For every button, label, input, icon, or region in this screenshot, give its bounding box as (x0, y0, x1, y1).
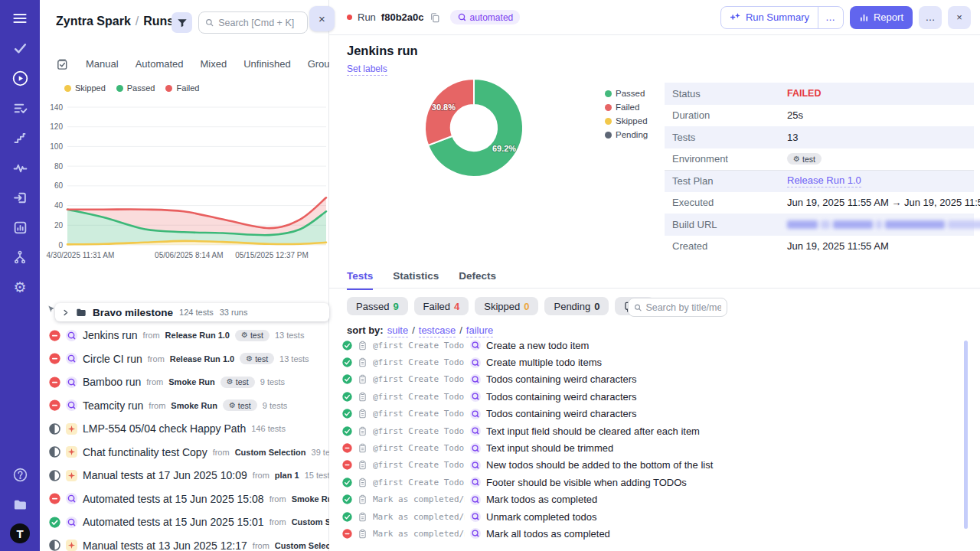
test-result-row[interactable]: Mark as completed/n...Mark todos as comp… (342, 491, 970, 508)
runs-tab-manual[interactable]: Manual (86, 58, 119, 70)
run-detail-panel: Run f80b2a0c automated Run Summary … (329, 0, 980, 551)
testcase-icon (358, 529, 368, 539)
redacted-build-url[interactable] (787, 220, 980, 229)
run-list-item[interactable]: Circle CI runfromRelease Run 1.0⚙test13 … (49, 347, 329, 371)
runs-tab-unfinished[interactable]: Unfinished (243, 58, 290, 70)
run-list-item[interactable]: Bamboo runfromSmoke Run⚙test9 tests (49, 370, 329, 394)
run-source-plan: Custom Selection (275, 541, 329, 550)
test-title: Todos containing weird characters (486, 391, 637, 403)
test-result-row[interactable]: Mark as completed/n...Mark all todos as … (342, 525, 970, 542)
import-runs-icon[interactable] (11, 189, 28, 206)
run-title: Jenkins run (347, 44, 418, 58)
donut-legend: PassedFailedSkippedPending (605, 89, 648, 139)
run-list-item[interactable]: LMP-554 05/04 check Happy Path146 tests (49, 417, 329, 441)
automated-badge[interactable]: automated (450, 10, 521, 24)
close-panel-button[interactable]: × (309, 6, 335, 31)
copy-icon[interactable] (430, 12, 440, 23)
test-plan-link[interactable]: Release Run 1.0 (787, 174, 861, 187)
test-result-row[interactable]: @first Create Todos...Todos containing w… (342, 371, 970, 388)
legend-dot (64, 85, 71, 92)
test-result-row[interactable]: @first Create Todos...Create a new todo … (342, 337, 970, 354)
in-progress-icon (49, 423, 60, 435)
test-result-row[interactable]: @first Create Todos...New todos should b… (342, 457, 970, 474)
close-detail-button[interactable]: × (948, 6, 971, 29)
tests-search[interactable] (628, 298, 727, 317)
legend-dot (116, 85, 123, 92)
gear-icon: ⚙ (246, 355, 253, 363)
pulse-icon[interactable] (11, 159, 28, 176)
chevron-right-icon[interactable] (61, 308, 70, 317)
run-list-item[interactable]: Manual tests at 13 Jun 2025 12:17fromCus… (49, 534, 329, 551)
project-name[interactable]: Zyntra Spark (56, 15, 131, 28)
menu-icon[interactable] (11, 10, 28, 27)
tests-icon[interactable] (11, 40, 28, 57)
failed-icon (342, 443, 352, 453)
sort-option-suite[interactable]: suite (387, 324, 408, 337)
filter-pill-failed[interactable]: Failed4 (414, 297, 469, 315)
test-suite-name: @first Create Todos... (373, 341, 465, 350)
run-name: Chat functinality test Copy (83, 446, 207, 458)
testcase-icon (358, 460, 368, 470)
run-summary-button[interactable]: Run Summary … (720, 6, 844, 29)
sort-option-testcase[interactable]: testcase (419, 324, 456, 337)
test-suite-name: @first Create Todos... (373, 357, 465, 367)
app-logo[interactable]: T (10, 523, 30, 543)
select-all-icon[interactable] (56, 57, 69, 70)
testcase-icon (358, 512, 368, 522)
runs-tab-mixed[interactable]: Mixed (201, 58, 227, 70)
test-plans-icon[interactable] (11, 99, 28, 116)
test-suite-name: @first Create Todos... (373, 443, 465, 453)
runs-tab-automated[interactable]: Automated (136, 58, 184, 70)
filter-pill-passed[interactable]: Passed9 (347, 297, 408, 315)
run-list-item[interactable]: Automated tests at 15 Jun 2025 15:08from… (49, 487, 329, 511)
milestone-row[interactable]: Bravo milestone 124 tests 33 runs (55, 303, 329, 321)
manual-run-icon (66, 470, 77, 481)
test-result-row[interactable]: @first Create Todos...Footer should be v… (342, 474, 970, 491)
run-source-plan: Release Run 1.0 (170, 354, 234, 364)
automated-run-icon (66, 493, 77, 504)
milestones-icon[interactable] (11, 129, 28, 146)
test-result-row[interactable]: @first Create Todos...Create multiple to… (342, 354, 970, 370)
help-icon[interactable] (11, 466, 28, 483)
run-list-item[interactable]: Teamcity runfromSmoke Run⚙test9 tests (49, 394, 329, 418)
test-result-row[interactable]: @first Create Todos...Todos containing w… (342, 406, 970, 422)
test-result-row[interactable]: @first Create Todos...Text input should … (342, 439, 970, 456)
test-title: Todos containing weird characters (486, 373, 637, 385)
more-actions-button[interactable]: … (919, 6, 942, 29)
run-list-item[interactable]: Manual tests at 17 Jun 2025 10:09frompla… (49, 464, 329, 487)
settings-icon[interactable]: ⚙ (11, 279, 28, 295)
runs-search[interactable] (198, 11, 308, 34)
legend-dot (605, 90, 612, 97)
runs-icon[interactable] (11, 70, 28, 86)
run-tests-count: 9 tests (260, 377, 285, 386)
testcase-icon (358, 494, 368, 504)
run-list-item[interactable]: Chat functinality test CopyfromCustom Se… (49, 441, 329, 465)
sort-option-failure[interactable]: failure (466, 324, 493, 337)
testcase-icon (358, 357, 368, 367)
test-result-row[interactable]: Mark as completed/n...Unmark completed t… (342, 508, 970, 525)
scrollbar-thumb[interactable] (964, 341, 968, 529)
svg-text:20: 20 (54, 221, 64, 230)
funnel-icon (177, 18, 188, 28)
run-list-item[interactable]: Jenkins runfromRelease Run 1.0⚙test13 te… (49, 324, 329, 347)
tests-search-input[interactable] (645, 302, 721, 313)
reports-icon[interactable] (11, 219, 28, 236)
test-title: Create multiple todo items (486, 357, 602, 368)
run-id: f80b2a0c (381, 11, 424, 23)
search-input[interactable] (218, 18, 301, 28)
test-result-row[interactable]: @first Create Todos...Todos containing w… (342, 388, 970, 405)
filter-pill-skipped[interactable]: Skipped0 (475, 297, 538, 315)
branches-icon[interactable] (11, 249, 28, 266)
set-labels-link[interactable]: Set labels (347, 64, 387, 76)
history-chart-legend: SkippedPassedFailed (64, 83, 199, 93)
report-button[interactable]: Report (850, 6, 913, 29)
testcase-icon (358, 478, 368, 487)
projects-folder-icon[interactable] (11, 496, 28, 513)
filter-pill-pending[interactable]: Pending0 (544, 297, 609, 315)
automated-run-icon (470, 425, 481, 436)
test-result-row[interactable]: @first Create Todos...Text input field s… (342, 422, 970, 439)
filter-button[interactable] (172, 12, 192, 33)
run-summary-more-button[interactable]: … (818, 7, 843, 28)
environment-badge: ⚙test (240, 353, 274, 364)
run-list-item[interactable]: Automated tests at 15 Jun 2025 15:01from… (49, 510, 329, 534)
